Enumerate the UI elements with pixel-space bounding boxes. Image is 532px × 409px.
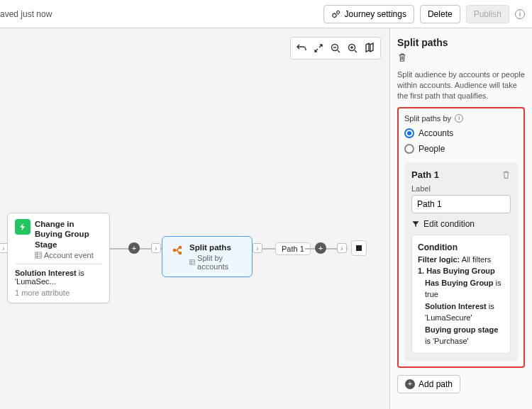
- split-icon: [170, 242, 185, 258]
- publish-button: Publish: [466, 5, 509, 23]
- plus-icon: +: [405, 379, 415, 389]
- rule-1-sub2: Solution Interest is 'LumaSecure': [418, 301, 504, 324]
- add-path-label: Add path: [419, 379, 453, 389]
- condition-heading: Condition: [418, 241, 504, 254]
- svg-point-6: [179, 247, 182, 249]
- filter-logic: Filter logic: All filters: [418, 254, 504, 266]
- node2-title: Split paths: [189, 242, 245, 252]
- add-path-button[interactable]: + Add path: [397, 375, 460, 393]
- radio-people-label: People: [419, 144, 445, 154]
- info-small-icon[interactable]: i: [455, 114, 463, 123]
- svg-point-1: [336, 11, 339, 13]
- node2-subtitle: Split by accounts: [189, 254, 245, 271]
- delete-node-icon[interactable]: [397, 52, 525, 62]
- radio-people[interactable]: People: [404, 144, 518, 154]
- gears-icon: [331, 9, 341, 19]
- top-actions: Journey settings Delete Publish i: [323, 5, 525, 23]
- node2-in-port: ›: [151, 243, 161, 253]
- config-highlight: Split paths by i Accounts People Path 1 …: [397, 107, 525, 368]
- journey-settings-label: Journey settings: [345, 9, 406, 19]
- node2-out-port: ›: [253, 243, 262, 253]
- node-split-paths[interactable]: Split paths Split by accounts: [162, 236, 253, 277]
- node1-title: Change in Buying Group Stage: [35, 219, 102, 250]
- svg-point-0: [332, 13, 336, 17]
- delete-button[interactable]: Delete: [420, 5, 460, 23]
- map-icon[interactable]: [362, 40, 377, 56]
- svg-rect-8: [190, 260, 195, 265]
- condition-card: Condition Filter logic: All filters 1. H…: [411, 235, 511, 354]
- rule-1-sub1: Has Buying Group is true: [418, 277, 504, 301]
- node-change-buying-group-stage[interactable]: Change in Buying Group Stage Account eve…: [7, 213, 110, 303]
- end-node[interactable]: [351, 240, 367, 256]
- radio-icon: [404, 128, 414, 138]
- svg-rect-4: [35, 252, 41, 258]
- rule-1-sub3: Buying group stage is 'Purchase': [418, 324, 504, 347]
- zoom-out-icon[interactable]: [328, 40, 343, 56]
- radio-accounts-label: Accounts: [419, 128, 453, 138]
- radio-icon: [404, 144, 414, 154]
- add-node-plus-2[interactable]: +: [315, 242, 326, 254]
- rule-1: 1. Has Buying Group: [418, 265, 504, 277]
- path-title: Path 1: [411, 169, 439, 180]
- add-path-row: + Add path: [397, 375, 525, 393]
- fit-icon[interactable]: [311, 40, 326, 56]
- end-in-port: ›: [337, 243, 347, 253]
- node1-more: 1 more attribute: [15, 288, 102, 297]
- undo-icon[interactable]: [294, 40, 309, 56]
- journey-settings-button[interactable]: Journey settings: [323, 5, 414, 23]
- delete-path-icon[interactable]: [501, 170, 511, 179]
- svg-point-5: [174, 250, 176, 252]
- zoom-in-icon[interactable]: [345, 40, 360, 56]
- split-by-label: Split paths by i: [404, 114, 518, 123]
- node1-subtitle: Account event: [35, 251, 102, 259]
- path-label-input[interactable]: [411, 195, 511, 213]
- svg-point-7: [179, 252, 182, 254]
- path-label-label: Label: [411, 184, 511, 193]
- info-icon[interactable]: i: [515, 9, 525, 19]
- side-panel: Split paths Split audience by accounts o…: [390, 28, 532, 409]
- panel-description: Split audience by accounts or people wit…: [397, 69, 525, 101]
- main: › Change in Buying Group Stage Account e…: [0, 28, 532, 409]
- canvas-toolbar: [290, 37, 381, 60]
- saved-status: aved just now: [0, 9, 52, 19]
- panel-title: Split paths: [397, 37, 525, 48]
- add-node-plus-1[interactable]: +: [128, 242, 140, 254]
- edit-condition-link[interactable]: Edit condition: [411, 219, 511, 229]
- node1-attr1: Solution Interest is 'LumaSec...: [15, 269, 102, 286]
- path-card: Path 1 Label Edit condition Condition Fi…: [404, 162, 518, 361]
- edge-2a: [262, 248, 275, 250]
- lightning-icon: [15, 219, 31, 235]
- canvas[interactable]: › Change in Buying Group Stage Account e…: [0, 28, 390, 409]
- top-bar: aved just now Journey settings Delete Pu…: [0, 0, 532, 28]
- radio-accounts[interactable]: Accounts: [404, 128, 518, 138]
